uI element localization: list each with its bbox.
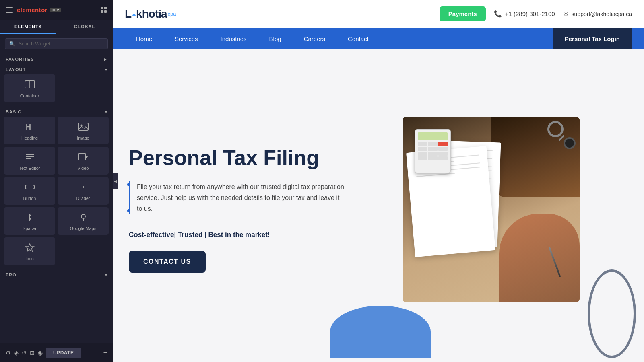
email-address: support@lakhotiacpa.ca [572, 11, 632, 17]
divider-icon [78, 183, 89, 193]
basic-widgets-grid: H Heading Image Text Editor Video [0, 117, 113, 269]
svg-marker-15 [29, 214, 31, 216]
svg-point-17 [81, 214, 85, 218]
nav-contact[interactable]: Contact [336, 28, 380, 49]
icon-widget-icon [24, 243, 35, 254]
logo-cpa: cpa [168, 11, 176, 17]
hero-title: Personal Tax Filing [129, 146, 346, 169]
widget-video[interactable]: Video [58, 147, 109, 175]
nav-careers[interactable]: Careers [293, 28, 336, 49]
pro-section-header[interactable]: PRO ▾ [0, 269, 113, 280]
sidebar-tabs: ELEMENTS GLOBAL [0, 20, 113, 34]
hide-panel-arrow-icon: ◀ [114, 179, 117, 183]
widget-image[interactable]: Image [58, 117, 109, 144]
favorites-chevron: ▶ [104, 57, 107, 62]
apps-grid-icon[interactable] [101, 7, 107, 13]
history-icon[interactable]: ↺ [22, 350, 27, 356]
pro-label: PRO [6, 272, 17, 277]
calculator-buttons [418, 142, 448, 160]
phone-number: +1 (289) 301-2100 [505, 10, 555, 17]
hero-section: Personal Tax Filing File your tax return… [113, 49, 644, 362]
plus-button[interactable]: + [103, 349, 107, 356]
svg-marker-18 [26, 244, 34, 251]
widget-container[interactable]: Container [4, 74, 55, 102]
svg-point-12 [83, 186, 84, 188]
widget-text-editor-label: Text Editor [19, 166, 40, 171]
nav-links: Home Services Industries Blog Careers Co… [125, 28, 553, 49]
tab-elements[interactable]: ELEMENTS [0, 20, 56, 34]
sidebar: elementor DEV ELEMENTS GLOBAL 🔍 FAVORITE… [0, 0, 113, 362]
layers-icon[interactable]: ◈ [14, 350, 19, 356]
tax-scene [402, 117, 580, 302]
svg-text:H: H [26, 123, 31, 131]
layout-widgets-grid: Container [0, 74, 113, 106]
email-icon: ✉ [563, 10, 568, 18]
hero-quote-block: File your tax return from anywhere with … [129, 181, 346, 214]
header-phone: 📞 +1 (289) 301-2100 [494, 10, 555, 18]
widget-spacer-label: Spacer [23, 226, 37, 231]
hero-image [402, 117, 580, 302]
site-logo: L✦khotia cpa [125, 8, 176, 21]
basic-label: BASIC [6, 109, 21, 114]
svg-marker-9 [86, 156, 88, 158]
search-icon: 🔍 [9, 41, 15, 47]
quote-dots [127, 181, 130, 214]
widget-spacer[interactable]: Spacer [4, 207, 55, 235]
tab-global[interactable]: GLOBAL [56, 20, 113, 34]
google-maps-icon [78, 213, 89, 224]
hand [499, 214, 580, 302]
widget-google-maps-label: Google Maps [70, 226, 96, 231]
calculator-screen [418, 132, 448, 140]
widget-button[interactable]: Button [4, 177, 55, 205]
payments-button[interactable]: Payments [440, 6, 486, 21]
svg-marker-16 [29, 218, 31, 221]
responsive-icon[interactable]: ⊡ [30, 350, 35, 356]
basic-chevron: ▾ [105, 110, 107, 114]
nav-services[interactable]: Services [163, 28, 209, 49]
elementor-logo: elementor DEV [17, 6, 61, 13]
favorites-label: FAVORITES [6, 57, 34, 62]
hide-panel-button[interactable]: ◀ [113, 173, 118, 189]
widget-text-editor[interactable]: Text Editor [4, 147, 55, 175]
text-editor-icon [24, 152, 35, 163]
sidebar-topbar: elementor DEV [0, 0, 113, 20]
hero-tagline: Cost-effective| Trusted | Best in the ma… [129, 231, 346, 239]
layout-section-header[interactable]: LAYOUT ▾ [0, 64, 113, 74]
image-icon [78, 122, 89, 133]
hero-right [354, 73, 628, 346]
sidebar-bottom-bar: ⚙ ◈ ↺ ⊡ ◉ UPDATE + [0, 343, 113, 362]
site-header: L✦khotia cpa Payments 📞 +1 (289) 301-210… [113, 0, 644, 28]
basic-section-header[interactable]: BASIC ▾ [0, 106, 113, 117]
settings-icon[interactable]: ⚙ [6, 350, 11, 356]
svg-rect-8 [78, 154, 86, 160]
logo-text: L✦khotia [125, 8, 167, 21]
widget-divider[interactable]: Divider [58, 177, 109, 205]
widget-button-label: Button [23, 196, 36, 201]
spacer-icon [24, 213, 35, 224]
widget-icon[interactable]: Icon [4, 237, 55, 265]
update-button[interactable]: UPDATE [46, 348, 81, 358]
nav-blog[interactable]: Blog [258, 28, 293, 49]
hero-description: File your tax return from anywhere with … [137, 181, 346, 214]
nav-home[interactable]: Home [125, 28, 163, 49]
dev-badge: DEV [50, 8, 61, 12]
elementor-logo-text: elementor [17, 6, 47, 13]
svg-rect-3 [78, 123, 88, 130]
widget-google-maps[interactable]: Google Maps [58, 207, 109, 235]
container-icon [24, 80, 35, 91]
calculator [415, 129, 451, 173]
contact-us-button[interactable]: CONTACT US [129, 251, 206, 273]
hero-left: Personal Tax Filing File your tax return… [129, 73, 354, 346]
search-input[interactable] [19, 41, 103, 47]
nav-industries[interactable]: Industries [209, 28, 258, 49]
deco-circle-dark [588, 269, 636, 358]
site-nav: Home Services Industries Blog Careers Co… [113, 28, 644, 49]
pro-chevron: ▾ [105, 273, 107, 277]
menu-icon[interactable] [6, 7, 13, 13]
preview-icon[interactable]: ◉ [38, 350, 43, 356]
widget-heading[interactable]: H Heading [4, 117, 55, 144]
hero-image-bg [402, 117, 580, 302]
personal-tax-login-button[interactable]: Personal Tax Login [553, 28, 632, 49]
svg-rect-10 [25, 185, 34, 189]
favorites-section-header[interactable]: FAVORITES ▶ [0, 53, 113, 64]
